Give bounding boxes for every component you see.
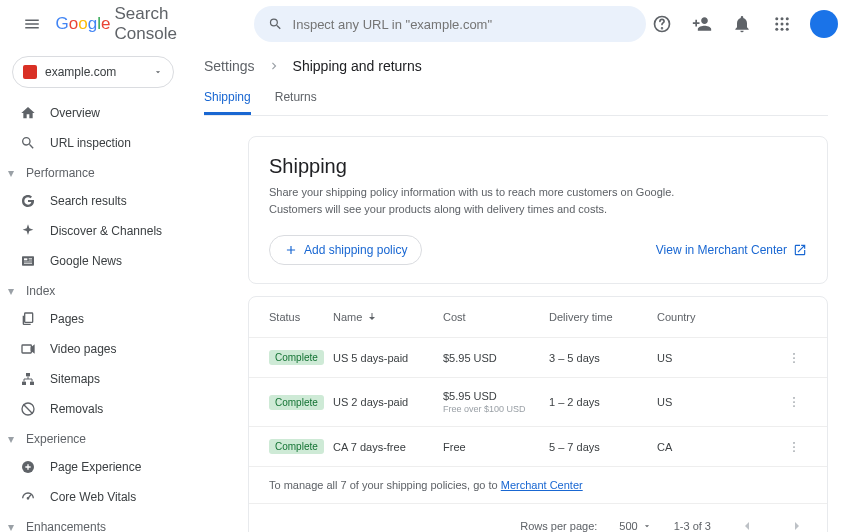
account-avatar[interactable] [810, 10, 838, 38]
help-icon [652, 14, 672, 34]
sidebar-item-label: Google News [50, 254, 122, 268]
hamburger-menu-button[interactable] [12, 4, 52, 44]
plus-circle-icon [20, 459, 36, 475]
external-link-icon [793, 243, 807, 257]
cell-name: US 2 days-paid [333, 396, 443, 408]
svg-rect-12 [24, 258, 27, 260]
chevron-left-icon [739, 518, 755, 532]
svg-rect-17 [25, 313, 33, 322]
table-row[interactable]: Complete US 2 days-paid $5.95 USDFree ov… [249, 377, 827, 426]
sidebar-section-enhancements[interactable]: ▾Enhancements [8, 512, 190, 532]
tab-shipping[interactable]: Shipping [204, 82, 251, 115]
apps-grid-icon [773, 15, 791, 33]
svg-point-24 [27, 498, 28, 499]
svg-rect-16 [29, 260, 32, 261]
svg-rect-14 [24, 263, 32, 264]
sitemap-icon [20, 371, 36, 387]
sidebar-item-label: Core Web Vitals [50, 490, 136, 504]
sidebar-item-search-results[interactable]: Search results [8, 186, 190, 216]
sidebar-item-sitemaps[interactable]: Sitemaps [8, 364, 190, 394]
table-pagination: Rows per page: 500 1-3 of 3 [249, 503, 827, 532]
sidebar-item-label: Overview [50, 106, 100, 120]
video-icon [20, 341, 36, 357]
apps-button[interactable] [766, 8, 798, 40]
sidebar-item-label: Page Experience [50, 460, 141, 474]
header-actions [646, 8, 838, 40]
search-icon [268, 16, 283, 32]
sidebar-item-label: Pages [50, 312, 84, 326]
row-menu-button[interactable] [787, 395, 807, 409]
table-row[interactable]: Complete US 5 days-paid $5.95 USD 3 – 5 … [249, 337, 827, 377]
notifications-button[interactable] [726, 8, 758, 40]
sort-desc-icon [366, 311, 378, 323]
svg-rect-20 [22, 382, 26, 385]
row-menu-button[interactable] [787, 351, 807, 365]
svg-point-30 [793, 401, 795, 403]
svg-rect-15 [29, 258, 32, 259]
sidebar-item-pages[interactable]: Pages [8, 304, 190, 334]
svg-point-26 [793, 353, 795, 355]
discover-icon [20, 223, 36, 239]
sidebar-item-label: Search results [50, 194, 127, 208]
next-page-button[interactable] [783, 512, 811, 532]
rows-per-page-select[interactable]: 500 [619, 520, 651, 532]
sidebar-section-experience[interactable]: ▾Experience [8, 424, 190, 452]
sidebar-item-discover[interactable]: Discover & Channels [8, 216, 190, 246]
breadcrumb-settings[interactable]: Settings [204, 58, 255, 74]
sidebar-item-core-web-vitals[interactable]: Core Web Vitals [8, 482, 190, 512]
status-badge: Complete [269, 395, 324, 410]
table-row[interactable]: Complete CA 7 days-free Free 5 – 7 days … [249, 426, 827, 466]
th-cost[interactable]: Cost [443, 311, 549, 323]
more-vert-icon [787, 395, 801, 409]
bell-icon [732, 14, 752, 34]
cell-cost: $5.95 USDFree over $100 USD [443, 390, 549, 414]
sidebar-item-google-news[interactable]: Google News [8, 246, 190, 276]
view-merchant-center-link[interactable]: View in Merchant Center [656, 243, 807, 257]
cell-name: US 5 days-paid [333, 352, 443, 364]
th-name[interactable]: Name [333, 311, 443, 323]
sidebar-section-index[interactable]: ▾Index [8, 276, 190, 304]
url-inspect-input[interactable] [293, 17, 632, 32]
table-header-row: Status Name Cost Delivery time Country [249, 297, 827, 337]
breadcrumb-current: Shipping and returns [293, 58, 422, 74]
card-title: Shipping [269, 155, 807, 178]
sidebar-item-overview[interactable]: Overview [8, 98, 190, 128]
tab-returns[interactable]: Returns [275, 82, 317, 115]
sidebar-item-page-experience[interactable]: Page Experience [8, 452, 190, 482]
people-button[interactable] [686, 8, 718, 40]
svg-point-10 [786, 28, 789, 31]
prev-page-button[interactable] [733, 512, 761, 532]
sidebar-item-url-inspection[interactable]: URL inspection [8, 128, 190, 158]
more-vert-icon [787, 351, 801, 365]
url-inspect-search[interactable] [254, 6, 646, 42]
row-menu-button[interactable] [787, 440, 807, 454]
sidebar-item-video-pages[interactable]: Video pages [8, 334, 190, 364]
sidebar-item-removals[interactable]: Removals [8, 394, 190, 424]
sidebar-item-label: Discover & Channels [50, 224, 162, 238]
svg-point-29 [793, 397, 795, 399]
th-status[interactable]: Status [269, 311, 333, 323]
chevron-right-icon [789, 518, 805, 532]
product-logo[interactable]: Google Search Console [56, 4, 234, 44]
card-description: Share your shipping policy information w… [269, 184, 807, 217]
svg-point-2 [775, 17, 778, 20]
cell-cost: Free [443, 441, 549, 453]
sidebar-item-label: Removals [50, 402, 103, 416]
add-shipping-policy-button[interactable]: Add shipping policy [269, 235, 422, 265]
property-selector[interactable]: example.com [12, 56, 174, 88]
status-badge: Complete [269, 350, 324, 365]
sidebar-item-label: Sitemaps [50, 372, 100, 386]
more-vert-icon [787, 440, 801, 454]
product-name: Search Console [114, 4, 233, 44]
speed-icon [20, 489, 36, 505]
merchant-center-link[interactable]: Merchant Center [501, 479, 583, 491]
cell-delivery: 3 – 5 days [549, 352, 657, 364]
th-delivery[interactable]: Delivery time [549, 311, 657, 323]
shipping-policies-table: Status Name Cost Delivery time Country C… [248, 296, 828, 532]
home-icon [20, 105, 36, 121]
chevron-down-icon [153, 67, 163, 77]
help-button[interactable] [646, 8, 678, 40]
sidebar-section-performance[interactable]: ▾Performance [8, 158, 190, 186]
th-country[interactable]: Country [657, 311, 787, 323]
pagination-range: 1-3 of 3 [674, 520, 711, 532]
